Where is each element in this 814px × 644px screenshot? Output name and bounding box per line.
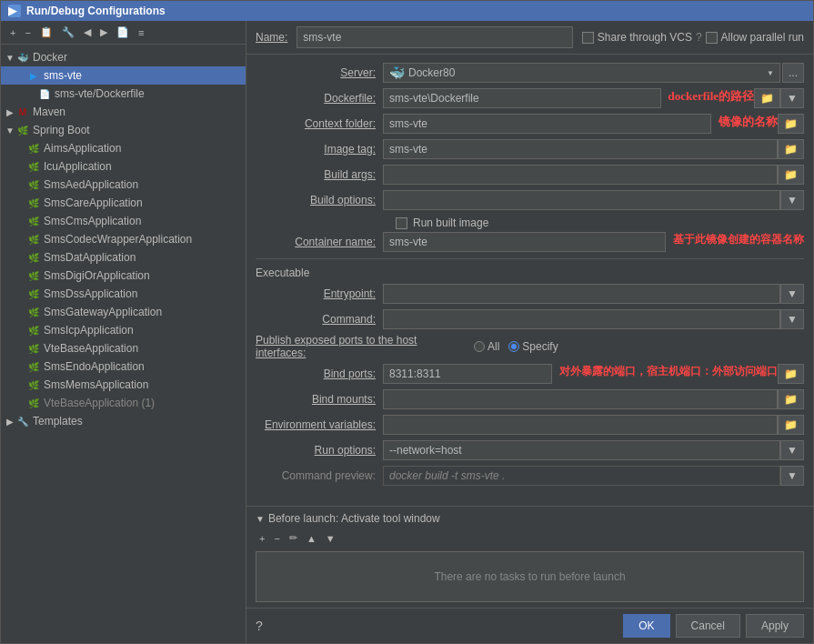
tree-sms-digi-app[interactable]: 🌿SmsDigiOrApplication bbox=[1, 267, 246, 285]
run-options-expand-btn[interactable]: ▼ bbox=[780, 440, 804, 460]
tree-sms-cms-app[interactable]: 🌿SmsCmsApplication bbox=[1, 212, 246, 230]
tree-sms-vte[interactable]: ▶ sms-vte bbox=[1, 66, 246, 85]
tree-sms-aed-app[interactable]: 🌿SmsAedApplication bbox=[1, 176, 246, 194]
radio-specify-label: Specify bbox=[522, 340, 558, 353]
launch-remove-btn[interactable]: − bbox=[270, 531, 283, 546]
dockerfile-row: Dockerfile: dockerfile的路径 📁 ▼ bbox=[256, 87, 804, 109]
build-options-input[interactable] bbox=[383, 190, 780, 210]
launch-add-btn[interactable]: + bbox=[256, 531, 268, 546]
context-folder-row: Context folder: 镜像的名称 📁 bbox=[256, 113, 804, 135]
dockerfile-browse-btn[interactable]: 📁 bbox=[754, 88, 780, 108]
bind-ports-input[interactable] bbox=[383, 364, 552, 384]
launch-edit-btn[interactable]: ✏ bbox=[286, 530, 301, 546]
move-btn[interactable]: 📄 bbox=[113, 25, 133, 40]
publish-ports-row: Publish exposed ports to the host interf… bbox=[256, 334, 804, 359]
bind-mounts-browse-btn[interactable]: 📁 bbox=[778, 389, 804, 409]
tree-sms-icp-app[interactable]: 🌿SmsIcpApplication bbox=[1, 321, 246, 339]
server-select[interactable]: 🐳 Docker80 ▼ bbox=[383, 63, 780, 83]
context-browse-btn[interactable]: 📁 bbox=[778, 114, 804, 134]
run-built-checkbox[interactable] bbox=[396, 217, 407, 229]
server-settings-btn[interactable]: ... bbox=[782, 63, 804, 83]
bind-ports-browse-btn[interactable]: 📁 bbox=[778, 364, 804, 384]
bind-mounts-input[interactable] bbox=[383, 389, 778, 409]
radio-all[interactable]: All bbox=[474, 340, 499, 353]
image-tag-input[interactable] bbox=[383, 139, 778, 159]
context-folder-input[interactable] bbox=[383, 114, 711, 134]
apply-button[interactable]: Apply bbox=[746, 614, 804, 638]
radio-specify-btn[interactable] bbox=[508, 341, 519, 352]
run-config-icon: ▶ bbox=[26, 68, 41, 83]
container-annotation: 基于此镜像创建的容器名称 bbox=[673, 232, 804, 252]
tree-dockerfile[interactable]: 📄 sms-vte/Dockerfile bbox=[1, 85, 246, 103]
remove-btn[interactable]: − bbox=[21, 25, 34, 40]
build-args-input[interactable] bbox=[383, 165, 778, 185]
radio-all-btn[interactable] bbox=[474, 341, 485, 352]
container-name-row: Container name: 基于此镜像创建的容器名称 bbox=[256, 231, 804, 253]
entrypoint-input[interactable] bbox=[383, 284, 780, 304]
tree-sms-dat-app[interactable]: 🌿SmsDatApplication bbox=[1, 248, 246, 267]
bind-ports-label: Bind ports: bbox=[256, 367, 383, 380]
tree-sms-mems-app[interactable]: 🌿SmsMemsApplication bbox=[1, 376, 246, 394]
share-vcs-checkbox[interactable] bbox=[582, 32, 594, 44]
maven-icon: M bbox=[15, 105, 30, 119]
spring-app-icon: 🌿 bbox=[26, 232, 41, 247]
radio-specify[interactable]: Specify bbox=[508, 340, 558, 353]
server-label: Server: bbox=[256, 66, 383, 79]
env-vars-label: Environment variables: bbox=[256, 418, 383, 431]
bind-ports-annotation: 对外暴露的端口，宿主机端口：外部访问端口 bbox=[559, 364, 778, 384]
build-args-browse-btn[interactable]: 📁 bbox=[778, 165, 804, 185]
ok-button[interactable]: OK bbox=[623, 614, 669, 638]
add-btn[interactable]: + bbox=[6, 25, 19, 40]
tree-sms-endo-app[interactable]: 🌿SmsEndoApplication bbox=[1, 357, 246, 376]
entrypoint-expand-btn[interactable]: ▼ bbox=[780, 284, 804, 304]
env-vars-browse-btn[interactable]: 📁 bbox=[778, 415, 804, 435]
tree-icu-app[interactable]: 🌿IcuApplication bbox=[1, 157, 246, 176]
tree-sms-care-app[interactable]: 🌿SmsCareApplication bbox=[1, 194, 246, 212]
allow-parallel-checkbox[interactable] bbox=[706, 32, 718, 44]
command-preview-expand-btn[interactable]: ▼ bbox=[780, 466, 804, 486]
launch-up-btn[interactable]: ▲ bbox=[303, 531, 320, 546]
copy-btn[interactable]: 📋 bbox=[36, 25, 56, 40]
command-input[interactable] bbox=[383, 309, 780, 329]
executable-section-label: Executable bbox=[256, 265, 804, 283]
entrypoint-label: Entrypoint: bbox=[256, 287, 383, 300]
expand-arrow: ▶ bbox=[5, 107, 15, 117]
tree-maven-root[interactable]: ▶ M Maven bbox=[1, 103, 246, 121]
before-launch-collapse-arrow[interactable]: ▼ bbox=[256, 514, 265, 524]
spring-app-icon: 🌿 bbox=[26, 396, 41, 410]
build-options-expand-btn[interactable]: ▼ bbox=[780, 190, 804, 210]
docker-whale-icon: 🐳 bbox=[389, 65, 405, 80]
tree-docker-root[interactable]: ▼ 🐳 Docker bbox=[1, 48, 246, 66]
context-folder-input-group: 镜像的名称 📁 bbox=[383, 114, 804, 134]
allow-parallel-label: Allow parallel run bbox=[721, 31, 804, 44]
tree-springboot-root[interactable]: ▼ 🌿 Spring Boot bbox=[1, 121, 246, 139]
arrow-left-btn[interactable]: ◀ bbox=[80, 25, 95, 40]
env-vars-input[interactable] bbox=[383, 415, 778, 435]
container-name-input[interactable] bbox=[383, 232, 666, 252]
tree-vte-base-app2[interactable]: 🌿VteBaseApplication (1) bbox=[1, 394, 246, 412]
radio-all-label: All bbox=[487, 340, 499, 353]
settings-btn[interactable]: 🔧 bbox=[58, 25, 78, 40]
help-btn[interactable]: ? bbox=[256, 619, 263, 633]
left-panel: + − 📋 🔧 ◀ ▶ 📄 ≡ ▼ 🐳 Docker bbox=[1, 21, 246, 643]
tree-aims-app[interactable]: 🌿AimsApplication bbox=[1, 139, 246, 157]
run-options-input[interactable] bbox=[383, 440, 780, 460]
arrow-right-btn[interactable]: ▶ bbox=[96, 25, 111, 40]
tree-vte-base-app[interactable]: 🌿VteBaseApplication bbox=[1, 339, 246, 357]
command-preview-label: Command preview: bbox=[256, 469, 383, 482]
tree-templates-root[interactable]: ▶ 🔧 Templates bbox=[1, 412, 246, 430]
name-input[interactable] bbox=[296, 26, 573, 48]
tree-sms-dss-app[interactable]: 🌿SmsDssApplication bbox=[1, 285, 246, 303]
run-options-label: Run options: bbox=[256, 444, 383, 457]
dockerfile-input[interactable] bbox=[383, 88, 661, 108]
tree-sms-gateway-app[interactable]: 🌿SmsGatewayApplication bbox=[1, 303, 246, 321]
command-expand-btn[interactable]: ▼ bbox=[780, 309, 804, 329]
dockerfile-expand-btn[interactable]: ▼ bbox=[780, 88, 804, 108]
menu-btn[interactable]: ≡ bbox=[135, 25, 147, 40]
cancel-button[interactable]: Cancel bbox=[676, 614, 740, 638]
image-tag-browse-btn[interactable]: 📁 bbox=[778, 139, 804, 159]
tree-sms-codec-app[interactable]: 🌿SmsCodecWrapperApplication bbox=[1, 230, 246, 248]
launch-down-btn[interactable]: ▼ bbox=[322, 531, 339, 546]
tree-label: Spring Boot bbox=[33, 124, 90, 136]
run-built-label: Run built image bbox=[413, 216, 488, 229]
